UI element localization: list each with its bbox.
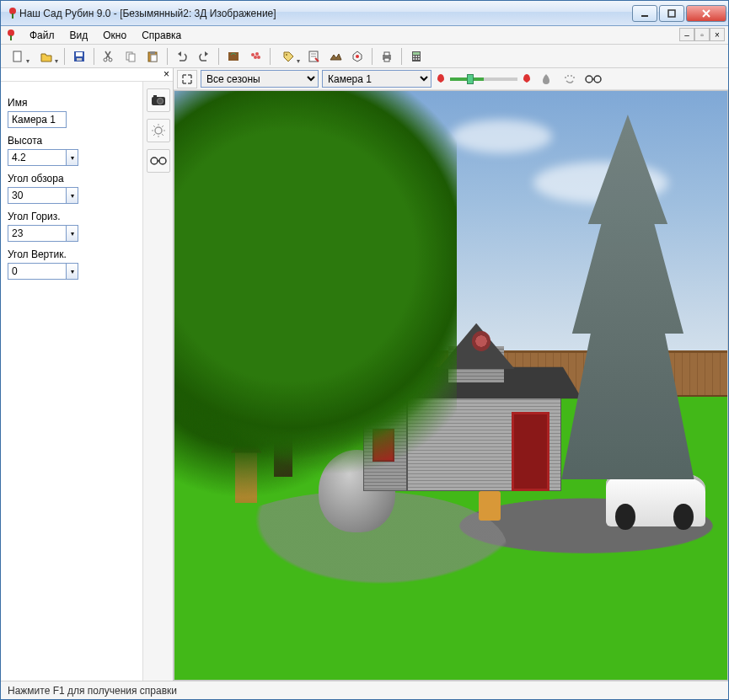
redo-button[interactable] xyxy=(194,46,214,67)
new-button[interactable] xyxy=(4,46,31,67)
svg-rect-42 xyxy=(153,95,157,98)
scene-conifer-tree xyxy=(561,115,694,479)
scene-deciduous-tree xyxy=(174,90,457,521)
svg-point-28 xyxy=(356,55,359,58)
statusbar: Нажмите F1 для получения справки xyxy=(1,681,728,699)
svg-point-13 xyxy=(109,58,112,61)
svg-point-22 xyxy=(254,56,257,59)
height-input[interactable] xyxy=(8,149,67,166)
menu-file[interactable]: Файл xyxy=(23,28,62,43)
window-title: Наш Сад Рубин 9.0 - [Безымянный2: 3Д Изо… xyxy=(19,8,632,19)
fov-dropdown-button[interactable]: ▾ xyxy=(67,187,78,204)
panel-close-button[interactable]: × xyxy=(1,68,173,82)
angle-h-label: Угол Гориз. xyxy=(8,211,136,222)
open-button[interactable] xyxy=(33,46,60,67)
properties-panel: × Имя Высота ▾ Угол обзора ▾ Угол Гориз.… xyxy=(1,68,174,681)
3d-viewport[interactable] xyxy=(174,90,728,681)
camera-select[interactable]: Камера 1 xyxy=(322,70,432,88)
close-button[interactable] xyxy=(686,5,726,22)
undo-button[interactable] xyxy=(172,46,192,67)
angle-h-input[interactable] xyxy=(8,225,67,242)
svg-rect-18 xyxy=(151,55,157,61)
fov-input[interactable] xyxy=(8,187,67,204)
svg-rect-3 xyxy=(668,10,675,17)
camera-tool-button[interactable] xyxy=(147,88,170,112)
svg-rect-35 xyxy=(415,56,417,57)
name-input[interactable] xyxy=(8,111,67,128)
svg-rect-30 xyxy=(384,52,389,56)
minimize-button[interactable] xyxy=(632,5,657,22)
spray-button[interactable] xyxy=(560,70,580,88)
svg-rect-11 xyxy=(77,58,82,61)
svg-point-6 xyxy=(8,29,14,36)
svg-point-43 xyxy=(155,127,162,134)
viewport-toolbar: Все сезоны Камера 1 xyxy=(174,68,728,90)
height-dropdown-button[interactable]: ▾ xyxy=(67,149,78,166)
glasses-view-button[interactable] xyxy=(147,149,170,173)
svg-point-0 xyxy=(9,8,16,14)
mdi-restore-button[interactable]: ▫ xyxy=(694,28,710,41)
svg-point-41 xyxy=(157,99,163,104)
svg-point-55 xyxy=(565,77,566,78)
svg-point-20 xyxy=(251,53,255,56)
season-select[interactable]: Все сезоны xyxy=(201,70,319,88)
render-3d-button[interactable] xyxy=(347,46,367,67)
sun-settings-button[interactable] xyxy=(147,119,170,142)
svg-line-50 xyxy=(162,126,163,127)
print-button[interactable] xyxy=(377,46,397,67)
svg-point-56 xyxy=(567,75,569,77)
window-titlebar: Наш Сад Рубин 9.0 - [Безымянный2: 3Д Изо… xyxy=(1,1,728,26)
quality-slider[interactable] xyxy=(450,77,517,81)
menubar: Файл Вид Окно Справка – ▫ × xyxy=(1,26,728,45)
angle-v-label: Угол Вертик. xyxy=(8,248,136,260)
side-toolbar xyxy=(142,82,173,681)
angle-v-input[interactable] xyxy=(8,263,67,280)
menu-window[interactable]: Окно xyxy=(96,28,133,43)
svg-point-58 xyxy=(573,77,575,78)
svg-line-51 xyxy=(153,134,155,136)
svg-line-48 xyxy=(153,126,155,127)
fov-label: Угол обзора xyxy=(8,173,136,184)
svg-rect-10 xyxy=(76,52,83,56)
svg-rect-8 xyxy=(13,51,21,61)
angle-h-dropdown-button[interactable]: ▾ xyxy=(67,225,78,242)
svg-point-60 xyxy=(594,76,601,83)
svg-point-23 xyxy=(257,56,260,59)
svg-rect-15 xyxy=(129,54,135,61)
svg-rect-7 xyxy=(10,35,12,40)
svg-rect-33 xyxy=(413,52,420,55)
cut-button[interactable] xyxy=(99,46,119,67)
menu-view[interactable]: Вид xyxy=(63,28,95,43)
svg-point-53 xyxy=(159,158,166,164)
calculator-button[interactable] xyxy=(406,46,426,67)
expand-viewport-button[interactable] xyxy=(177,70,197,88)
paste-button[interactable] xyxy=(142,46,163,67)
mdi-minimize-button[interactable]: – xyxy=(679,28,694,41)
water-drop-button[interactable] xyxy=(536,70,556,88)
menu-help[interactable]: Справка xyxy=(135,28,188,43)
status-hint: Нажмите F1 для получения справки xyxy=(8,685,177,697)
terrain-tool-button[interactable] xyxy=(325,46,346,67)
svg-line-49 xyxy=(162,134,163,136)
maximize-button[interactable] xyxy=(659,5,684,22)
scene-car xyxy=(606,473,705,526)
flower-arrangement-button[interactable] xyxy=(245,46,265,67)
main-toolbar xyxy=(1,45,728,68)
mdi-close-button[interactable]: × xyxy=(710,28,725,41)
save-button[interactable] xyxy=(69,46,89,67)
plants-encyclopedia-button[interactable] xyxy=(223,46,244,67)
name-label: Имя xyxy=(8,97,136,109)
svg-rect-37 xyxy=(413,58,415,60)
tag-tool-button[interactable] xyxy=(275,46,302,67)
quality-slider-group xyxy=(435,72,533,86)
app-icon xyxy=(6,7,19,20)
angle-v-dropdown-button[interactable]: ▾ xyxy=(67,263,78,280)
svg-point-12 xyxy=(104,58,107,61)
scene-render xyxy=(174,91,727,680)
note-tool-button[interactable] xyxy=(303,46,324,67)
glasses-toggle-button[interactable] xyxy=(583,70,603,88)
svg-rect-39 xyxy=(418,58,420,60)
scene-dog xyxy=(479,491,501,521)
copy-button[interactable] xyxy=(121,46,141,67)
height-label: Высота xyxy=(8,135,136,147)
